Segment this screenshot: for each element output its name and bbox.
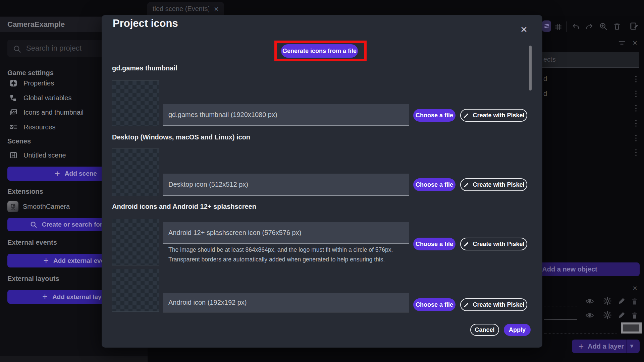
helper-text-line2: Transparent borders are automatically ad… (168, 256, 417, 263)
sidebar-item-untitled-scene[interactable]: Untitled scene (9, 151, 66, 159)
sidebar-item-label: Properties (23, 79, 54, 87)
choose-file-button[interactable]: Choose a file (413, 298, 455, 311)
panel-close-icon[interactable]: × (633, 39, 637, 47)
edit-scene-icon[interactable] (630, 21, 639, 31)
sidebar-item-label: Resources (23, 123, 56, 131)
search-icon (13, 45, 21, 53)
dialog-close-icon[interactable]: × (521, 23, 527, 35)
row-divider (544, 334, 616, 334)
object-name-fragment: d (543, 75, 547, 83)
sidebar-item-label: Untitled scene (23, 152, 66, 159)
android-icon-field[interactable] (163, 293, 409, 312)
generate-icons-button[interactable]: Generate icons from a file (281, 44, 358, 58)
grid-icon[interactable] (554, 23, 562, 31)
effects-icon[interactable] (603, 310, 612, 320)
helper-underlined-text: within a circle of 576px (332, 246, 391, 253)
layers-panel-close-icon[interactable]: × (633, 284, 637, 292)
drag-preview-box (621, 322, 642, 334)
trash-icon[interactable] (631, 297, 639, 306)
desktop-icon-checker (112, 148, 159, 196)
trash-icon[interactable] (631, 311, 639, 320)
variables-tree-icon (9, 94, 17, 102)
row-divider (544, 319, 577, 320)
button-divider (626, 340, 627, 353)
toolbar-divider (567, 21, 567, 32)
create-with-piskel-button[interactable]: Create with Piskel (460, 298, 527, 311)
dialog-title: Project icons (113, 17, 178, 29)
kebab-menu-icon[interactable] (634, 134, 638, 142)
search-icon (30, 221, 37, 228)
desktop-icon-field[interactable] (163, 174, 409, 196)
choose-file-button[interactable]: Choose a file (413, 109, 455, 122)
tab-scene-events[interactable]: tled scene (Events) × (147, 2, 224, 16)
toolbar-divider (625, 21, 625, 32)
layers-tool-button[interactable] (542, 20, 551, 32)
dialog-scrollbar[interactable] (529, 46, 532, 90)
android-splashscreen-field[interactable] (163, 222, 409, 244)
gear-icon (9, 79, 17, 87)
sidebar-item-icons-thumbnail[interactable]: Icons and thumbnail (9, 108, 84, 116)
sidebar-item-properties[interactable]: Properties (9, 79, 54, 87)
zoom-in-icon[interactable] (599, 22, 608, 31)
undo-icon[interactable] (572, 23, 580, 31)
smoothcamera-extension-icon (7, 201, 18, 212)
create-with-piskel-button[interactable]: Create with Piskel (460, 178, 527, 191)
brush-icon (463, 302, 469, 308)
sidebar-item-label: Icons and thumbnail (23, 109, 84, 116)
eye-icon[interactable] (585, 297, 594, 306)
project-name: CameraExample (7, 20, 65, 29)
top-bar (0, 0, 644, 16)
apply-button[interactable]: Apply (504, 324, 531, 336)
helper-text-line1: The image should be at least 864x864px, … (168, 246, 417, 253)
sidebar-item-resources[interactable]: Resources (9, 123, 56, 131)
plus-icon: + (579, 341, 584, 352)
sidebar-item-smoothcamera[interactable]: SmoothCamera (7, 201, 70, 212)
pencil-icon[interactable] (617, 311, 626, 320)
kebab-menu-icon[interactable] (634, 119, 638, 127)
eye-icon[interactable] (585, 311, 594, 320)
sidebar-item-label: SmoothCamera (23, 203, 70, 210)
filter-icon[interactable] (618, 40, 626, 46)
redo-icon[interactable] (585, 23, 594, 31)
kebab-menu-icon[interactable] (634, 75, 638, 83)
brush-icon (463, 241, 469, 247)
kebab-menu-icon[interactable] (634, 90, 638, 98)
images-icon (9, 108, 17, 116)
thumbnail-preview-checker (112, 80, 159, 126)
film-icon (9, 151, 17, 159)
plus-icon: + (55, 169, 60, 178)
kebab-menu-icon[interactable] (634, 148, 638, 157)
section-scenes: Scenes (7, 137, 31, 145)
sidebar-bottom-strip (0, 356, 148, 362)
resources-icon (9, 123, 17, 131)
plus-icon: + (42, 292, 48, 301)
chevron-down-icon[interactable]: ▾ (630, 342, 633, 350)
create-with-piskel-button[interactable]: Create with Piskel (460, 238, 527, 250)
pencil-icon[interactable] (617, 297, 626, 306)
add-layer-button[interactable]: + Add a layer ▾ (572, 340, 640, 353)
kebab-menu-icon[interactable] (634, 104, 638, 112)
row-divider (544, 306, 577, 306)
choose-file-button[interactable]: Choose a file (413, 238, 455, 250)
effects-icon[interactable] (603, 296, 612, 306)
trash-icon[interactable] (613, 22, 621, 31)
brush-icon (463, 182, 469, 188)
choose-file-button[interactable]: Choose a file (413, 178, 455, 191)
android-icon-checker (112, 269, 159, 312)
section-label: Desktop (Windows, macOS and Linux) icon (112, 133, 250, 141)
objects-header-fragment: ects (543, 56, 556, 63)
android-splash-checker (112, 219, 159, 265)
section-label: Android icons and Android 12+ splashscre… (112, 203, 256, 210)
object-name-fragment: d (543, 90, 547, 98)
sidebar-item-label: Global variables (23, 94, 71, 102)
section-external-events: External events (7, 239, 57, 246)
sidebar-item-global-variables[interactable]: Global variables (9, 94, 71, 102)
cancel-button[interactable]: Cancel (470, 324, 499, 336)
gdgames-thumbnail-field[interactable] (163, 104, 409, 126)
brush-icon (463, 112, 469, 119)
section-game-settings: Game settings (7, 69, 54, 77)
section-external-layouts: External layouts (7, 275, 59, 283)
create-with-piskel-button[interactable]: Create with Piskel (460, 109, 527, 122)
plus-icon: + (43, 256, 49, 265)
tab-close-icon[interactable]: × (214, 5, 219, 13)
